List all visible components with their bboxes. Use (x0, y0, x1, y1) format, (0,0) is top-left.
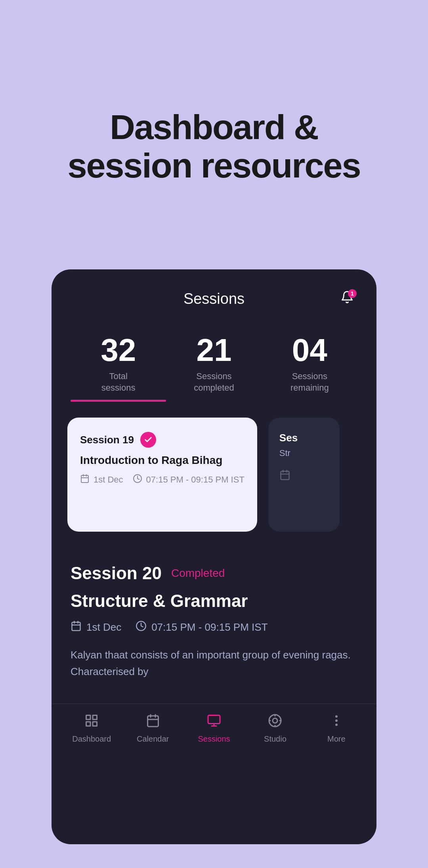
svg-rect-9 (72, 622, 80, 631)
session-19-time: 07:15 PM - 09:15 PM IST (133, 474, 245, 486)
nav-dashboard-label: Dashboard (72, 734, 111, 744)
nav-more-label: More (327, 734, 346, 744)
svg-rect-18 (147, 716, 158, 727)
session-20-status: Completed (171, 567, 225, 580)
svg-rect-17 (93, 722, 97, 726)
svg-rect-16 (86, 722, 91, 726)
svg-point-26 (273, 718, 277, 723)
dashboard-icon (84, 713, 99, 731)
stat-remaining-number: 04 (292, 334, 327, 366)
svg-rect-15 (93, 715, 97, 720)
sessions-nav-icon (207, 713, 221, 731)
sessions-title: Sessions (91, 290, 337, 307)
session-20-title: Structure & Grammar (71, 591, 357, 611)
partial-session-title: Str (279, 448, 329, 458)
nav-calendar-label: Calendar (137, 734, 169, 744)
session-20-description: Kalyan thaat consists of an important gr… (71, 647, 357, 680)
nav-calendar[interactable]: Calendar (122, 713, 183, 744)
session-20-time: 07:15 PM - 09:15 PM IST (136, 620, 268, 634)
nav-dashboard[interactable]: Dashboard (61, 713, 122, 744)
session-19-meta: 1st Dec 07:15 PM - 09:15 PM IST (80, 474, 245, 486)
nav-more[interactable]: More (306, 713, 367, 744)
svg-point-31 (336, 716, 337, 717)
calendar-nav-icon (146, 713, 160, 731)
partial-session-label: Ses (279, 432, 329, 444)
session-20-meta: 1st Dec 07:15 PM - 09:15 PM IST (71, 620, 357, 634)
session-card-19[interactable]: Session 19 Introduction to Raga Bihag (67, 418, 257, 532)
hero-title: Dashboard & session resources (68, 108, 361, 185)
stat-completed: 21 Sessionscompleted (166, 334, 262, 402)
session-detail: Session 20 Completed Structure & Grammar… (52, 548, 376, 688)
calendar-icon (80, 474, 90, 486)
stat-total-label: Totalsessions (101, 371, 136, 393)
session-19-number: Session 19 (80, 434, 134, 446)
stat-remaining: 04 Sessionsremaining (262, 334, 357, 402)
nav-studio-label: Studio (264, 734, 287, 744)
stat-remaining-label: Sessionsremaining (290, 371, 329, 393)
session-20-date: 1st Dec (71, 620, 121, 634)
stat-total: 32 Totalsessions (71, 334, 166, 402)
session-19-title: Introduction to Raga Bihag (80, 454, 245, 467)
nav-sessions-label: Sessions (198, 734, 230, 744)
detail-calendar-icon (71, 620, 82, 634)
svg-rect-0 (81, 475, 88, 483)
session-card-header: Session 19 (80, 432, 245, 448)
session-20-number: Session 20 (71, 563, 162, 583)
svg-point-33 (336, 724, 337, 725)
nav-sessions[interactable]: Sessions (183, 713, 245, 744)
svg-point-32 (336, 720, 337, 721)
notification-bell[interactable]: 1 (337, 288, 357, 309)
studio-nav-icon (268, 713, 282, 731)
stats-section: 32 Totalsessions 21 Sessionscompleted 04… (52, 322, 376, 402)
clock-icon (133, 474, 142, 486)
nav-studio[interactable]: Studio (245, 713, 306, 744)
app-container: Sessions 1 32 Totalsessions 21 Sessionsc… (52, 269, 376, 844)
detail-clock-icon (136, 620, 147, 634)
svg-rect-5 (281, 471, 289, 480)
session-detail-header: Session 20 Completed (71, 563, 357, 583)
stat-total-number: 32 (101, 334, 136, 366)
hero-section: Dashboard & session resources (0, 0, 428, 269)
app-header: Sessions 1 (52, 269, 376, 322)
notification-badge: 1 (348, 289, 357, 298)
completed-check-icon (140, 432, 156, 448)
more-nav-icon (329, 713, 344, 731)
bottom-nav: Dashboard Calendar Sessio (52, 704, 376, 756)
stat-completed-number: 21 (197, 334, 232, 366)
svg-rect-14 (86, 715, 91, 720)
stat-completed-label: Sessionscompleted (194, 371, 234, 393)
session-card-partial[interactable]: Ses Str (268, 418, 340, 532)
stat-total-underline (71, 400, 166, 402)
sessions-scroll[interactable]: Session 19 Introduction to Raga Bihag (52, 402, 376, 548)
svg-rect-22 (208, 715, 220, 724)
session-19-date: 1st Dec (80, 474, 123, 486)
